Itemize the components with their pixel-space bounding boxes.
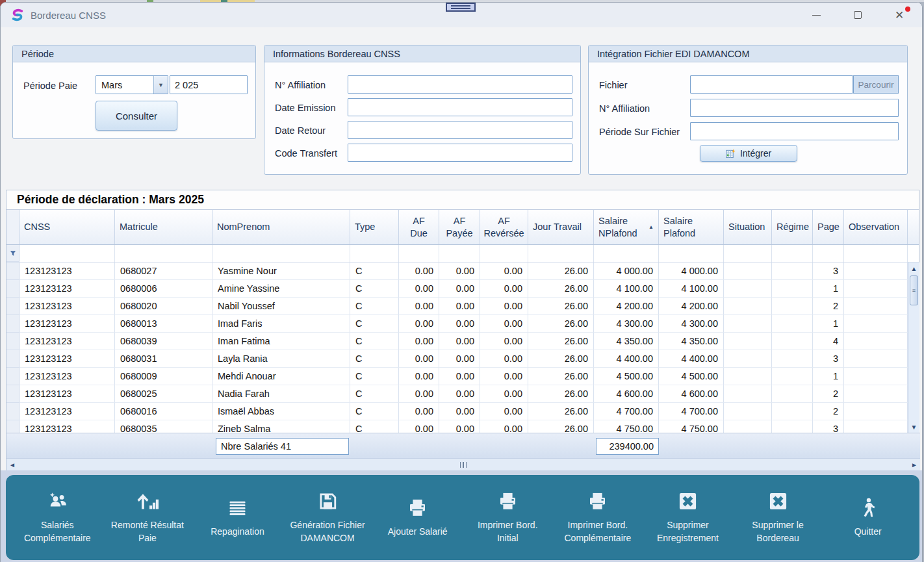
supprimer-bordereau-button[interactable]: Supprimer le Bordereau	[736, 490, 819, 545]
cell-sal_np: 4 200.00	[594, 298, 659, 315]
affiliation-input[interactable]	[348, 75, 572, 94]
ajouter-salarie-button[interactable]: Ajouter Salarié	[376, 496, 459, 539]
window-drag-handle[interactable]	[446, 3, 476, 12]
table-row[interactable]: 1231231230680020Nabil YoussefC0.000.000.…	[6, 298, 919, 315]
table-row[interactable]: 1231231230680025Nadia FarahC0.000.000.00…	[6, 385, 919, 403]
table-row[interactable]: 1231231230680027Yasmine NourC0.000.000.0…	[6, 262, 919, 280]
table-row[interactable]: 1231231230680009Mehdi AnouarC0.000.000.0…	[6, 368, 919, 385]
integration-affiliation-input[interactable]	[690, 99, 899, 117]
column-header-situation[interactable]: Situation	[724, 210, 772, 244]
minimize-button[interactable]	[802, 5, 830, 25]
filter-cell-af_payee[interactable]	[439, 245, 480, 262]
users-star-icon	[46, 490, 69, 513]
printer-icon	[496, 490, 519, 513]
periode-fichier-input[interactable]	[690, 122, 899, 140]
cell-type: C	[350, 403, 399, 420]
maximize-button[interactable]	[844, 5, 871, 25]
cell-jour: 26.00	[528, 420, 594, 433]
cell-matricule: 0680006	[115, 280, 212, 298]
vertical-scrollbar[interactable]: ▲ ≡ ▼	[908, 262, 919, 433]
table-row[interactable]: 1231231230680031Layla RaniaC0.000.000.00…	[6, 350, 919, 368]
filter-cell-sal_np[interactable]	[594, 245, 659, 262]
table-row[interactable]: 1231231230680035Zineb SalmaC0.000.000.00…	[6, 420, 919, 433]
table-row[interactable]: 1231231230680016Ismaël AbbasC0.000.000.0…	[6, 403, 919, 420]
column-header-observation[interactable]: Observation	[844, 210, 908, 244]
cell-nom: Imad Faris	[212, 315, 350, 333]
scroll-down-button[interactable]: ▼	[908, 421, 919, 433]
cell-matricule: 0680031	[115, 350, 212, 368]
column-header-nom[interactable]: NomPrenom	[212, 210, 350, 244]
imprimer-bord-complementaire-button[interactable]: Imprimer Bord. Complémentaire	[556, 490, 639, 545]
filter-cell-page[interactable]	[813, 245, 844, 262]
cell-nom: Iman Fatima	[212, 333, 350, 350]
column-header-regime[interactable]: Régime	[772, 210, 813, 244]
repagination-button[interactable]: Repagination	[196, 496, 279, 539]
filter-cell-situation[interactable]	[724, 245, 772, 262]
hscroll-grip[interactable]	[460, 462, 467, 468]
row-indicator	[6, 368, 19, 385]
close-button[interactable]: ✕	[886, 5, 913, 25]
column-header-page[interactable]: Page	[813, 210, 844, 244]
consulter-button[interactable]: Consulter	[96, 101, 177, 131]
year-input[interactable]	[170, 75, 248, 94]
column-header-cnss[interactable]: CNSS	[19, 210, 115, 244]
total-box[interactable]	[596, 438, 659, 455]
scroll-right-button[interactable]: ►	[908, 461, 920, 468]
transfert-input[interactable]	[348, 144, 572, 162]
generation-fichier-damancom-button[interactable]: Génération Fichier DAMANCOM	[286, 490, 369, 545]
scroll-track[interactable]	[908, 307, 919, 421]
filter-cell-jour[interactable]	[528, 245, 594, 262]
cell-sal_np: 4 000.00	[594, 262, 659, 280]
filter-cell-af_due[interactable]	[399, 245, 439, 262]
column-header-sal_np[interactable]: Salaire NPlafond▲	[594, 210, 659, 244]
cell-type: C	[350, 385, 399, 403]
column-header-matricule[interactable]: Matricule	[115, 210, 212, 244]
dropdown-arrow-icon[interactable]: ▼	[153, 76, 168, 94]
cell-regime	[772, 350, 813, 368]
column-header-type[interactable]: Type	[350, 210, 399, 244]
table-row[interactable]: 1231231230680006Amine YassineC0.000.000.…	[6, 280, 919, 298]
filter-cell-sal_p[interactable]	[659, 245, 724, 262]
quitter-button[interactable]: Quitter	[827, 496, 910, 539]
column-header-af_payee[interactable]: AF Payée	[439, 210, 480, 244]
table-caption: Période de déclaration : Mars 2025	[6, 190, 919, 210]
cell-page: 3	[813, 262, 844, 280]
group-infos-title: Informations Bordereau CNSS	[264, 45, 580, 62]
nbre-salaries-box[interactable]	[216, 438, 349, 455]
filter-icon	[10, 250, 16, 257]
fichier-input[interactable]	[690, 75, 853, 94]
table-row[interactable]: 1231231230680039Iman FatimaC0.000.000.00…	[6, 333, 919, 350]
filter-cell-observation[interactable]	[844, 245, 908, 262]
filter-cell-type[interactable]	[350, 245, 399, 262]
integration-affiliation-label: N° Affiliation	[599, 103, 650, 114]
salaries-complementaire-button[interactable]: Salariés Complémentaire	[16, 490, 99, 545]
column-header-af_due[interactable]: AF Due	[399, 210, 439, 244]
column-header-sal_p[interactable]: Salaire Plafond	[659, 210, 724, 244]
scroll-left-button[interactable]: ◄	[6, 461, 18, 468]
integrer-button[interactable]: Intégrer	[700, 145, 797, 162]
summary-band	[6, 433, 920, 458]
table-row[interactable]: 1231231230680013Imad FarisC0.000.000.002…	[6, 315, 919, 333]
hscroll-track[interactable]	[18, 462, 908, 468]
column-header-jour[interactable]: Jour Travail	[528, 210, 594, 244]
scroll-thumb[interactable]: ≡	[910, 275, 918, 305]
filter-cell-cnss[interactable]	[19, 245, 115, 262]
supprimer-enregistrement-button[interactable]: Supprimer Enregistrement	[646, 490, 729, 545]
cell-cnss: 123123123	[19, 280, 115, 298]
printer-icon	[586, 490, 609, 513]
emission-input[interactable]	[348, 98, 572, 116]
horizontal-scrollbar[interactable]: ◄ ►	[6, 458, 920, 471]
retour-label: Date Retour	[275, 125, 326, 136]
filter-cell-af_reversee[interactable]	[480, 245, 528, 262]
imprimer-bord-initial-button[interactable]: Imprimer Bord. Initial	[466, 490, 549, 545]
cell-cnss: 123123123	[19, 315, 115, 333]
column-header-af_reversee[interactable]: AF Revérsée	[480, 210, 528, 244]
scroll-up-button[interactable]: ▲	[908, 262, 919, 274]
filter-cell-nom[interactable]	[212, 245, 350, 262]
filter-cell-matricule[interactable]	[115, 245, 212, 262]
parcourir-button[interactable]: Parcourir	[853, 75, 899, 94]
retour-input[interactable]	[348, 121, 572, 139]
filter-cell-regime[interactable]	[772, 245, 813, 262]
remonte-resultat-paie-button[interactable]: Remonté Résultat Paie	[106, 490, 189, 545]
month-dropdown[interactable]: Mars ▼	[96, 75, 168, 94]
